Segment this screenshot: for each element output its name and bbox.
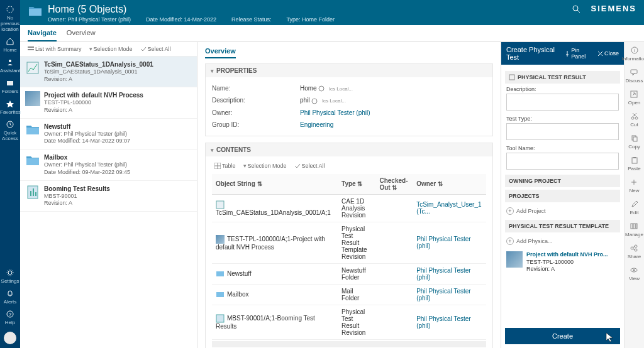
list-item[interactable]: NewstuffOwner: Phil Physical Tester (phi… — [20, 119, 197, 150]
view-button[interactable]: View — [629, 266, 640, 281]
item-icon — [25, 91, 40, 106]
svg-rect-29 — [509, 75, 514, 80]
svg-point-34 — [631, 117, 634, 119]
new-button[interactable]: New — [629, 178, 639, 193]
plus-icon: + — [506, 237, 514, 245]
table-row[interactable]: TcSim_CAEStatus_1DAnalysis_0001/A;1CAE 1… — [212, 194, 486, 222]
svg-rect-40 — [631, 224, 633, 229]
owner-link[interactable]: TcSim_Analyst_User_1 (Tc... — [413, 194, 486, 222]
table-view-toggle[interactable]: Table — [212, 161, 238, 170]
svg-rect-14 — [26, 128, 39, 134]
list-item[interactable]: MailboxOwner: Phil Physical Tester (phil… — [20, 150, 197, 180]
nav-settings[interactable]: Settings — [0, 266, 20, 286]
nav-favorites[interactable]: Favorites — [0, 97, 20, 117]
chevron-down-icon — [89, 46, 92, 52]
nav-folders[interactable]: Folders — [0, 76, 20, 97]
description-input[interactable] — [506, 94, 619, 111]
col-checked[interactable]: Checked-Out ⇅ — [375, 174, 413, 195]
discuss-button[interactable]: Discuss — [625, 68, 643, 84]
table-row[interactable]: MBST-90001/A;1-Booming Test ResultsPhysi… — [212, 305, 486, 339]
svg-rect-38 — [632, 158, 637, 163]
info-button[interactable]: iInformation — [621, 46, 644, 62]
nav-home[interactable]: Home — [0, 35, 20, 55]
section-projects: PROJECTS — [505, 190, 620, 202]
svg-rect-12 — [28, 49, 34, 50]
svg-rect-27 — [216, 292, 224, 297]
copy-button[interactable]: Copy — [628, 134, 640, 150]
svg-point-20 — [319, 86, 324, 91]
pin-panel-button[interactable]: Pin Panel — [565, 47, 592, 60]
list-item[interactable]: Booming Test ResultsMBST-90001Revision: … — [20, 181, 197, 212]
owner-link[interactable]: Phil Physical Tester (phil) — [413, 305, 486, 339]
group-link[interactable]: Engineering — [300, 121, 333, 128]
edit-button[interactable]: Edit — [630, 200, 639, 215]
svg-rect-19 — [35, 192, 36, 196]
horizontal-scrollbar[interactable] — [212, 341, 486, 347]
svg-point-9 — [573, 6, 578, 11]
create-button[interactable]: Create — [505, 328, 620, 344]
share-button[interactable]: Share — [628, 244, 641, 259]
owner-link[interactable]: Phil Physical Tester (phil) — [300, 109, 370, 116]
svg-rect-11 — [28, 46, 34, 48]
test-type-input[interactable] — [506, 123, 619, 140]
col-type[interactable]: Type ⇅ — [338, 174, 375, 195]
svg-rect-25 — [216, 201, 224, 209]
select-all-toggle[interactable]: Select All — [138, 45, 174, 53]
cut-button[interactable]: Cut — [630, 112, 639, 128]
nav-alerts[interactable]: Alerts — [0, 286, 20, 307]
nav-no-previous[interactable]: No previous location — [0, 3, 20, 35]
list-icon — [28, 46, 34, 52]
nav-quick-access[interactable]: Quick Access — [0, 117, 20, 144]
nav-help[interactable]: ?Help — [0, 307, 20, 328]
user-avatar[interactable] — [4, 332, 16, 344]
col-object[interactable]: Object String ⇅ — [212, 174, 338, 195]
pin-icon — [565, 51, 570, 57]
template-card[interactable]: Project with default NVH Pro... TEST-TPL… — [505, 247, 620, 277]
table-row[interactable]: MailboxMail FolderPhil Physical Tester (… — [212, 284, 486, 305]
contents-section: CONTENTS Table Selection Mode Select All… — [205, 143, 493, 348]
svg-text:i: i — [634, 48, 635, 53]
open-button[interactable]: Open — [628, 90, 641, 106]
contents-table: Object String ⇅ Type ⇅ Checked-Out ⇅ Own… — [212, 174, 486, 340]
selection-mode-toggle[interactable]: Selection Mode — [87, 45, 135, 53]
tool-name-input[interactable] — [506, 153, 619, 170]
manage-button[interactable]: Manage — [625, 222, 643, 237]
col-owner[interactable]: Owner ⇅ — [413, 174, 486, 195]
svg-point-47 — [633, 269, 635, 271]
table-row[interactable]: TEST-TPL-100000/A;1-Project with default… — [212, 222, 486, 263]
list-item[interactable]: TcSim_CAEStatus_1DAnalysis_0001TcSim_CAE… — [20, 57, 197, 87]
create-physical-test-panel: Create Physical Test Pin Panel Close PHY… — [501, 42, 624, 348]
section-owning-project: OWNING PROJECT — [505, 175, 620, 187]
svg-rect-18 — [33, 188, 34, 196]
tab-overview[interactable]: Overview — [67, 25, 96, 41]
overview-section-tab[interactable]: Overview — [205, 47, 236, 58]
tab-navigate[interactable]: Navigate — [28, 25, 57, 41]
owner-link[interactable]: Phil Physical Tester (phil) — [413, 222, 486, 263]
close-panel-button[interactable]: Close — [597, 47, 619, 60]
item-title: Project with default NVH Process — [44, 91, 143, 99]
svg-point-1 — [9, 60, 11, 62]
item-title: Booming Test Results — [44, 185, 110, 193]
collapse-icon[interactable] — [211, 67, 214, 74]
select-all-toggle-2[interactable]: Select All — [292, 161, 328, 170]
item-icon — [25, 122, 40, 138]
owner-link[interactable]: Phil Physical Tester (phil) — [413, 263, 486, 284]
selection-mode-toggle-2[interactable]: Selection Mode — [241, 161, 289, 170]
item-icon — [25, 153, 40, 168]
search-icon[interactable] — [572, 4, 580, 13]
item-icon — [25, 60, 40, 75]
nav-assistant[interactable]: Assistant — [0, 55, 20, 76]
close-icon — [597, 51, 603, 57]
table-row[interactable]: NewstuffNewstuff FolderPhil Physical Tes… — [212, 263, 486, 284]
paste-button[interactable]: Paste — [628, 156, 640, 171]
main-tabs: Navigate Overview — [20, 25, 644, 42]
svg-line-10 — [577, 10, 580, 13]
add-project-button[interactable]: +Add Project — [505, 205, 620, 217]
owner-link[interactable]: Phil Physical Tester (phil) — [413, 284, 486, 305]
svg-rect-17 — [30, 191, 31, 196]
add-template-button[interactable]: +Add Physica... — [505, 235, 620, 247]
collapse-icon[interactable] — [211, 146, 214, 153]
list-item[interactable]: Project with default NVH ProcessTEST-TPL… — [20, 87, 197, 118]
tool-rail-right: iInformation Discuss Open Cut Copy Paste… — [624, 42, 644, 348]
list-summary-toggle[interactable]: List with Summary — [25, 45, 84, 53]
